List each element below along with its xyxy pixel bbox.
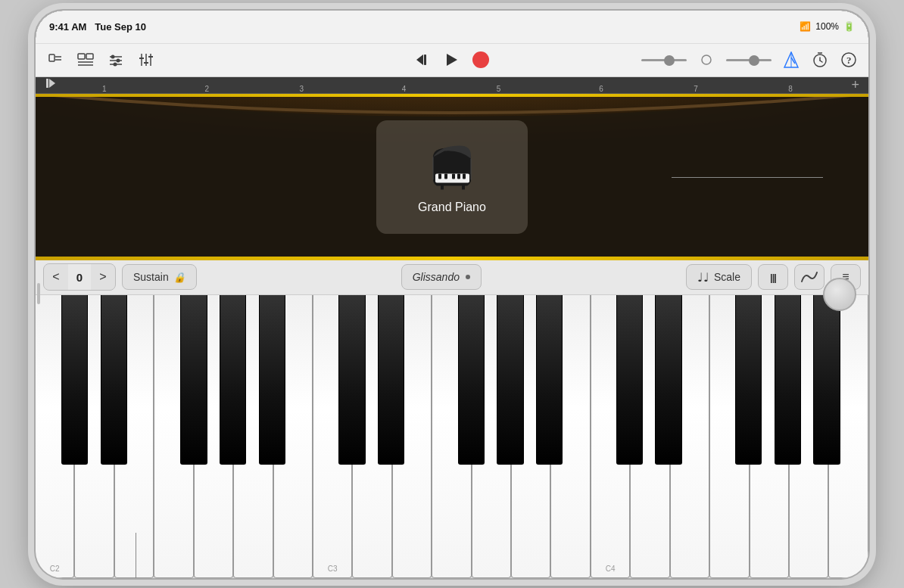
key-B3[interactable]: [550, 295, 590, 578]
glissando-label: Glissando: [413, 271, 460, 283]
svg-rect-20: [424, 54, 426, 65]
ruler-mark-5: 5: [497, 85, 501, 93]
key-F4[interactable]: [709, 295, 749, 578]
note-icon: ♩♩: [697, 270, 709, 285]
battery-icon: 🔋: [843, 21, 855, 32]
status-indicators: 📶 100% 🔋: [800, 21, 855, 32]
key-B4[interactable]: [828, 295, 868, 578]
toolbar-left: [46, 51, 414, 69]
svg-rect-33: [46, 79, 48, 88]
toolbar: ?: [36, 44, 868, 77]
ruler-mark-8: 8: [788, 85, 793, 93]
tempo-slider[interactable]: [726, 59, 772, 61]
glissando-button[interactable]: Glissando: [401, 264, 482, 290]
key-E3[interactable]: [392, 295, 432, 578]
key-D4[interactable]: [630, 295, 669, 578]
key-C3[interactable]: C3: [313, 295, 352, 578]
svg-line-28: [820, 61, 822, 62]
time-display: 9:41 AM: [49, 21, 86, 33]
key-G3[interactable]: [472, 295, 511, 578]
svg-rect-37: [452, 173, 455, 179]
glissando-dot: [466, 275, 470, 279]
note-label-C2: C2: [50, 565, 60, 573]
note-label-C3: C3: [328, 565, 338, 573]
key-A2[interactable]: [233, 295, 273, 578]
battery-display: 100%: [815, 21, 839, 32]
home-button[interactable]: [823, 278, 856, 311]
add-track-button[interactable]: +: [851, 77, 859, 93]
key-G2[interactable]: [194, 295, 233, 578]
tracks-icon[interactable]: [76, 51, 95, 69]
octave-next-button[interactable]: >: [91, 264, 115, 290]
key-E4[interactable]: [670, 295, 709, 578]
annotation-line-bottom: [136, 533, 136, 578]
key-C2[interactable]: C2: [36, 295, 74, 578]
slider-thumb: [664, 55, 675, 66]
svg-rect-3: [78, 54, 85, 59]
grand-piano-icon: [422, 140, 482, 193]
scale-label: Scale: [714, 271, 740, 283]
svg-rect-39: [463, 173, 466, 179]
arpeggio-button[interactable]: [794, 264, 825, 290]
key-D2[interactable]: [74, 295, 114, 578]
svg-rect-36: [444, 173, 447, 179]
mixer-icon[interactable]: [107, 51, 125, 69]
key-A4[interactable]: [789, 295, 828, 578]
svg-rect-40: [441, 183, 444, 189]
chord-button[interactable]: |||: [758, 264, 788, 290]
svg-rect-35: [438, 173, 441, 179]
key-F2[interactable]: [154, 295, 193, 578]
svg-marker-19: [416, 54, 423, 65]
key-G4[interactable]: [750, 295, 789, 578]
side-button[interactable]: [37, 283, 40, 304]
toolbar-right: ?: [490, 51, 858, 69]
ruler-mark-3: 3: [299, 85, 304, 93]
svg-point-10: [111, 55, 115, 59]
lock-icon: 🔒: [173, 272, 185, 283]
record-button[interactable]: [472, 51, 490, 69]
octave-value: 0: [68, 264, 91, 290]
volume-slider[interactable]: [641, 59, 687, 61]
svg-point-12: [114, 63, 117, 67]
key-E2[interactable]: [114, 295, 154, 578]
metronome-icon[interactable]: [782, 51, 800, 69]
octave-control: < 0 >: [43, 263, 116, 291]
key-D3[interactable]: [352, 295, 391, 578]
key-C4[interactable]: C4: [591, 295, 630, 578]
toolbar-center: [414, 51, 490, 69]
status-time: 9:41 AM Tue Sep 10: [49, 21, 146, 33]
key-B2[interactable]: [273, 295, 313, 578]
key-A3[interactable]: [511, 295, 550, 578]
key-F3[interactable]: [432, 295, 471, 578]
slider-track-2: [726, 59, 772, 61]
timer-icon[interactable]: [811, 51, 829, 69]
status-bar: 9:41 AM Tue Sep 10 📶 100% 🔋: [36, 11, 868, 44]
keyboard-area[interactable]: C2 C3 C4: [36, 295, 868, 578]
ruler-mark-1: 1: [102, 85, 107, 93]
instrument-name-label: Grand Piano: [418, 201, 486, 214]
octave-prev-button[interactable]: <: [44, 264, 68, 290]
slider-thumb-2: [749, 55, 759, 66]
timeline-ruler: 1 2 3 4 5 6 7 8 +: [36, 77, 868, 94]
sustain-button[interactable]: Sustain 🔒: [122, 264, 197, 290]
scale-button[interactable]: ♩♩ Scale: [686, 264, 752, 290]
svg-text:?: ?: [846, 54, 852, 66]
circle-indicator: [697, 51, 715, 69]
wifi-icon: 📶: [800, 21, 811, 32]
svg-point-11: [117, 59, 120, 63]
arpeggio-icon: [800, 271, 818, 283]
help-icon[interactable]: ?: [840, 51, 858, 69]
play-button[interactable]: [443, 51, 461, 69]
ruler-mark-2: 2: [204, 85, 209, 93]
instrument-card[interactable]: Grand Piano: [376, 120, 528, 234]
new-track-icon[interactable]: [46, 51, 64, 69]
note-label-C4: C4: [606, 565, 616, 573]
slider-track: [641, 59, 687, 61]
ruler: 1 2 3 4 5 6 7 8: [63, 77, 851, 93]
svg-rect-4: [86, 54, 93, 59]
controls-row: < 0 > Sustain 🔒 Glissando ♩♩ Scale: [36, 260, 868, 295]
equalizer-icon[interactable]: [137, 51, 155, 69]
rewind-button[interactable]: [414, 51, 432, 69]
instrument-area: Grand Piano: [36, 94, 868, 260]
svg-rect-38: [457, 173, 460, 179]
